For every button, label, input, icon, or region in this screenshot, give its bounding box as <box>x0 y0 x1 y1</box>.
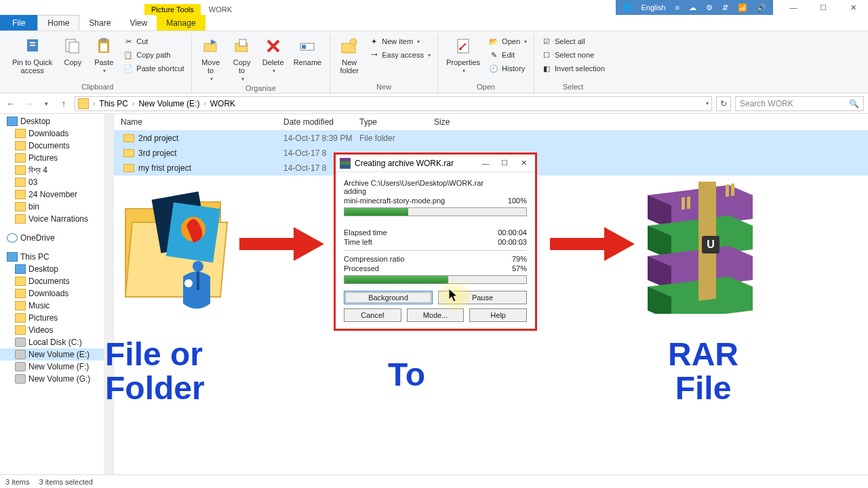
crumb-this-pc[interactable]: This PC <box>99 99 128 108</box>
select-all-button[interactable]: ☑Select all <box>540 35 606 47</box>
tab-view[interactable]: View <box>120 15 157 30</box>
sidebar-item[interactable]: Documents <box>0 140 113 152</box>
sidebar-item[interactable]: Voice Narrations <box>0 213 113 225</box>
cancel-button[interactable]: Cancel <box>344 308 401 322</box>
up-button[interactable]: ↑ <box>57 97 71 110</box>
copy-button[interactable]: Copy <box>59 34 86 68</box>
close-button[interactable]: ✕ <box>838 0 868 15</box>
dialog-close-button[interactable]: ✕ <box>516 159 531 167</box>
paste-shortcut-button[interactable]: 📄Paste shortcut <box>121 62 185 75</box>
sidebar-item[interactable]: OneDrive <box>0 232 113 244</box>
breadcrumb[interactable]: › This PC › New Volume (E:) › WORK ▾ <box>75 96 712 111</box>
tab-home[interactable]: Home <box>37 15 79 30</box>
tab-manage[interactable]: Manage <box>157 15 205 30</box>
col-type[interactable]: Type <box>353 114 427 130</box>
sidebar-item[interactable]: Downloads <box>0 127 113 140</box>
tab-share[interactable]: Share <box>79 15 120 30</box>
tab-file[interactable]: File <box>0 15 37 30</box>
sidebar-item[interactable]: New Volume (G:) <box>0 373 113 385</box>
col-date[interactable]: Date modified <box>277 114 353 130</box>
dialog-maximize-button[interactable]: ☐ <box>497 159 512 167</box>
copy-to-button[interactable]: Copy to▾ <box>229 34 256 83</box>
copy-path-button[interactable]: 📋Copy path <box>121 49 185 61</box>
sidebar-item[interactable]: This PC <box>0 251 113 263</box>
col-name[interactable]: Name <box>114 114 277 130</box>
back-button[interactable]: ← <box>4 97 18 110</box>
maximize-button[interactable]: ☐ <box>808 0 838 15</box>
cut-button[interactable]: ✂Cut <box>121 35 185 47</box>
history-icon: 🕘 <box>488 63 499 74</box>
column-header[interactable]: Name Date modified Type Size <box>114 114 868 131</box>
tray-icon[interactable]: ⇵ <box>722 3 728 12</box>
sidebar-item-label: বিশ্ব 4 <box>28 165 47 175</box>
chevron-down-icon[interactable]: ▾ <box>706 100 709 106</box>
background-button[interactable]: Background <box>344 291 433 304</box>
sidebar-item[interactable]: Downloads <box>0 287 113 300</box>
arrow-icon <box>550 227 635 261</box>
dialog-titlebar[interactable]: Creating archive WORK.rar — ☐ ✕ <box>336 155 535 172</box>
tray-icon[interactable]: 📶 <box>738 3 747 12</box>
sidebar-item[interactable]: Local Disk (C:) <box>0 336 113 348</box>
sidebar-item[interactable]: 03 <box>0 176 113 188</box>
chevron-right-icon[interactable]: › <box>201 100 208 107</box>
properties-button[interactable]: Properties▾ <box>443 34 483 75</box>
col-size[interactable]: Size <box>427 114 488 130</box>
open-button[interactable]: 📂Open▾ <box>487 35 528 47</box>
sidebar-item[interactable]: Desktop <box>0 263 113 275</box>
tray-icon[interactable]: ⚙ <box>706 3 713 12</box>
sidebar-item[interactable]: bin <box>0 201 113 213</box>
crumb-volume[interactable]: New Volume (E:) <box>138 99 199 108</box>
sidebar-item[interactable]: New Volume (E:) <box>0 348 113 361</box>
sidebar-item-label: 24 November <box>28 190 77 199</box>
sidebar-item[interactable]: New Volume (F:) <box>0 361 113 373</box>
search-input[interactable]: Search WORK 🔍 <box>735 96 864 111</box>
sidebar-item[interactable]: Music <box>0 300 113 312</box>
pin-quick-access-button[interactable]: Pin to Quick access <box>9 34 55 76</box>
easy-access-button[interactable]: ⭢Easy access▾ <box>367 49 432 61</box>
desk-icon <box>15 264 26 274</box>
language-panel[interactable]: 🌐 English ≡ ☁ ⚙ ⇵ 📶 🔊 <box>616 0 774 15</box>
crumb-folder[interactable]: WORK <box>210 99 235 108</box>
sidebar-item[interactable]: Videos <box>0 324 113 336</box>
move-to-button[interactable]: Move to▾ <box>197 34 224 83</box>
invert-selection-icon: ◧ <box>541 63 552 74</box>
folder-icon <box>15 141 26 150</box>
svg-rect-12 <box>302 45 306 49</box>
new-folder-button[interactable]: New folder <box>336 34 363 76</box>
paste-button[interactable]: Paste▾ <box>90 34 117 75</box>
edit-button[interactable]: ✎Edit <box>487 49 528 61</box>
status-items: 3 items <box>5 478 29 486</box>
chevron-right-icon[interactable]: › <box>90 100 98 107</box>
dialog-minimize-button[interactable]: — <box>478 159 493 167</box>
archive-path: Archive C:\Users\User\Desktop\WORK.rar <box>344 179 527 187</box>
help-button[interactable]: Help <box>469 308 527 322</box>
sidebar-item[interactable]: বিশ্ব 4 <box>0 164 113 176</box>
tray-icon[interactable]: 🔊 <box>757 3 766 12</box>
sidebar-item[interactable]: Documents <box>0 275 113 287</box>
current-file: mini-minecraft-story-mode.png <box>344 197 445 205</box>
new-item-button[interactable]: ✦New item▾ <box>367 35 432 47</box>
table-row[interactable]: 2nd project14-Oct-17 8:39 PMFile folder <box>114 131 868 146</box>
tray-icon[interactable]: ☁ <box>689 3 696 12</box>
sidebar[interactable]: DesktopDownloadsDocumentsPicturesবিশ্ব 4… <box>0 114 114 474</box>
tray-icon[interactable]: ≡ <box>675 3 679 12</box>
select-none-button[interactable]: ☐Select none <box>540 49 606 61</box>
refresh-button[interactable]: ↻ <box>716 96 731 111</box>
recent-button[interactable]: ▾ <box>39 97 53 110</box>
rename-button[interactable]: Rename <box>291 34 325 68</box>
ribbon-group-select: ☑Select all ☐Select none ◧Invert selecti… <box>534 34 612 93</box>
sidebar-scrollbar[interactable] <box>104 114 113 474</box>
folder-icon <box>123 149 134 157</box>
invert-selection-button[interactable]: ◧Invert selection <box>540 62 606 75</box>
sidebar-item[interactable]: Desktop <box>0 115 113 127</box>
forward-button[interactable]: → <box>22 97 35 110</box>
chevron-right-icon[interactable]: › <box>130 100 137 107</box>
history-button[interactable]: 🕘History <box>487 62 528 75</box>
sidebar-item[interactable]: 24 November <box>0 188 113 201</box>
delete-button[interactable]: Delete▾ <box>260 34 287 75</box>
ratio-label: Compression ratio <box>344 255 404 263</box>
desk-icon <box>7 117 18 126</box>
minimize-button[interactable]: — <box>778 0 808 15</box>
sidebar-item[interactable]: Pictures <box>0 152 113 164</box>
sidebar-item[interactable]: Pictures <box>0 312 113 324</box>
